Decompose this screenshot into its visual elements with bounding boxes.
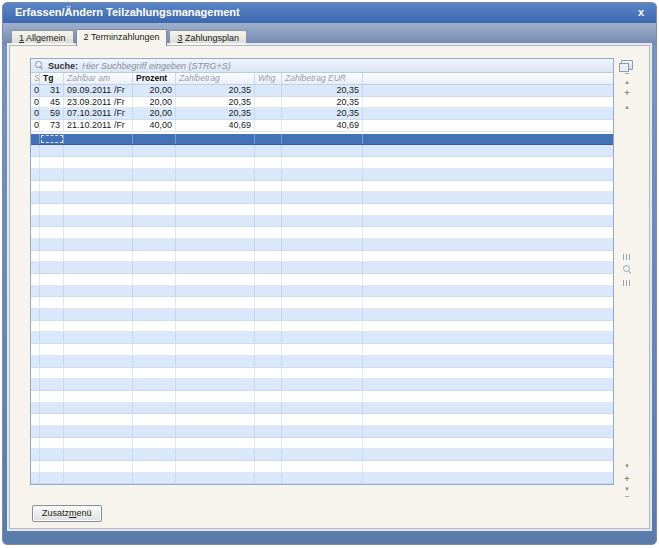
cell-s (31, 286, 40, 297)
cell-tg (40, 192, 64, 203)
cell-filler (363, 192, 613, 203)
cell-zahlbetrag (176, 216, 255, 227)
selected-row[interactable] (31, 134, 613, 146)
empty-row[interactable] (31, 473, 613, 485)
cell-filler (363, 356, 613, 367)
search-label: Suche: (48, 61, 78, 71)
cell-zahlbetrag_eur (282, 134, 363, 145)
scroll-down-icon[interactable]: ▼ (618, 462, 636, 470)
empty-row[interactable] (31, 321, 613, 333)
empty-row[interactable] (31, 181, 613, 193)
column-chooser-icon[interactable] (621, 60, 633, 70)
empty-row[interactable] (31, 438, 613, 450)
tab-terminzahlungen[interactable]: 2 Terminzahlungen (76, 29, 168, 46)
column-header-prozent[interactable]: Prozent (133, 73, 176, 84)
cell-s (31, 449, 40, 460)
table-row[interactable]: 07321.10.2011 /Fr40,0040,6940,69 (31, 120, 613, 132)
empty-row[interactable] (31, 379, 613, 391)
empty-row[interactable] (31, 216, 613, 228)
column-header-zahlbetrag-eur[interactable]: Zahlbetrag EUR (282, 73, 363, 84)
cell-filler (363, 297, 613, 308)
column-header-zahlbar-am[interactable]: Zahlbar am (64, 73, 133, 84)
empty-row[interactable] (31, 251, 613, 263)
cell-tg (40, 274, 64, 285)
cell-filler (363, 97, 613, 108)
cell-filler (363, 251, 613, 262)
cell-whg (255, 414, 282, 425)
cell-zahlbar_am (64, 251, 133, 262)
empty-row[interactable] (31, 461, 613, 473)
column-header-whg[interactable]: Whg (255, 73, 282, 84)
cell-zahlbetrag_eur: 20,35 (282, 108, 363, 119)
cell-zahlbetrag (176, 239, 255, 250)
zusatzmenu-button[interactable]: Zusatzmenü (32, 505, 102, 522)
cell-prozent (133, 134, 176, 145)
cell-zahlbetrag_eur (282, 227, 363, 238)
cell-zahlbetrag (176, 286, 255, 297)
grip-icon[interactable] (623, 280, 630, 286)
empty-row[interactable] (31, 344, 613, 356)
tab-accel: 2 (84, 32, 89, 42)
zoom-icon[interactable] (622, 264, 632, 274)
scroll-up-icon[interactable]: ▲ (618, 103, 636, 111)
cell-tg (40, 368, 64, 379)
empty-row[interactable] (31, 274, 613, 286)
empty-row[interactable] (31, 414, 613, 426)
scroll-to-top-icon[interactable]: ▲ (618, 75, 636, 86)
cell-zahlbetrag_eur (282, 169, 363, 180)
empty-row[interactable] (31, 145, 613, 157)
table-row[interactable]: 04523.09.2011 /Fr20,0020,3520,35 (31, 97, 613, 109)
column-header-tg[interactable]: Tg (40, 73, 64, 84)
grid-header-row[interactable]: STgZahlbar amProzentZahlbetragWhgZahlbet… (31, 73, 613, 85)
add-row-bottom-icon[interactable]: + (618, 475, 636, 483)
empty-row[interactable] (31, 169, 613, 181)
empty-row[interactable] (31, 391, 613, 403)
cell-zahlbetrag (176, 473, 255, 484)
table-row[interactable]: 05907.10.2011 /Fr20,0020,3520,35 (31, 108, 613, 120)
cell-whg (255, 426, 282, 437)
empty-row[interactable] (31, 192, 613, 204)
cell-whg (255, 108, 282, 119)
close-icon[interactable]: x (636, 6, 646, 18)
column-header-filler[interactable] (363, 73, 613, 84)
cell-whg (255, 262, 282, 273)
cell-zahlbar_am (64, 286, 133, 297)
tab-zahlungsplan[interactable]: 3 Zahlungsplan (169, 30, 247, 45)
empty-row[interactable] (31, 262, 613, 274)
grid-search-bar[interactable]: Suche: Hier Suchbegriff eingeben (STRG+S… (31, 59, 613, 73)
cell-prozent (133, 414, 176, 425)
cell-whg (255, 391, 282, 402)
empty-row[interactable] (31, 157, 613, 169)
empty-row[interactable] (31, 204, 613, 216)
empty-row[interactable] (31, 356, 613, 368)
empty-row[interactable] (31, 297, 613, 309)
cell-prozent (133, 192, 176, 203)
cell-prozent (133, 262, 176, 273)
empty-row[interactable] (31, 449, 613, 461)
empty-row[interactable] (31, 332, 613, 344)
cell-zahlbar_am (64, 414, 133, 425)
empty-row[interactable] (31, 426, 613, 438)
empty-row[interactable] (31, 227, 613, 239)
cell-tg (40, 438, 64, 449)
tab-allgemein[interactable]: 1 Allgemein (11, 30, 74, 45)
column-header-zahlbetrag[interactable]: Zahlbetrag (176, 73, 255, 84)
cell-prozent (133, 239, 176, 250)
column-header-s[interactable]: S (31, 73, 40, 84)
empty-row[interactable] (31, 239, 613, 251)
cell-tg (40, 309, 64, 320)
grip-icon[interactable] (623, 254, 630, 260)
empty-row[interactable] (31, 286, 613, 298)
empty-row[interactable] (31, 309, 613, 321)
cell-prozent (133, 461, 176, 472)
cell-zahlbar_am (64, 403, 133, 414)
cell-zahlbetrag: 20,35 (176, 108, 255, 119)
empty-row[interactable] (31, 403, 613, 415)
empty-row[interactable] (31, 368, 613, 380)
add-row-icon[interactable]: + (618, 89, 636, 97)
cell-filler (363, 227, 613, 238)
cell-filler (363, 426, 613, 437)
cell-s (31, 309, 40, 320)
table-row[interactable]: 03109.09.2011 /Fr20,0020,3520,35 (31, 85, 613, 97)
scroll-to-bottom-icon[interactable]: ▼ (618, 485, 636, 496)
